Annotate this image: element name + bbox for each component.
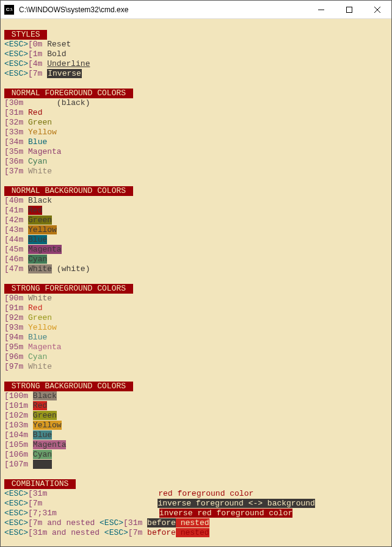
window-title: C:\WINDOWS\system32\cmd.exe bbox=[18, 5, 307, 14]
cmd-window: C:\ C:\WINDOWS\system32\cmd.exe STYLES <… bbox=[0, 0, 392, 547]
terminal-output[interactable]: STYLES <ESC>[0m Reset <ESC>[1m Bold <ESC… bbox=[1, 19, 391, 546]
close-button[interactable] bbox=[363, 1, 391, 19]
section-normal-fg: NORMAL FOREGROUND COLORS bbox=[4, 89, 133, 98]
section-styles: STYLES bbox=[4, 30, 47, 40]
svg-rect-1 bbox=[347, 7, 352, 12]
section-strong-bg: STRONG BACKGROUND COLORS bbox=[4, 382, 133, 391]
cmd-icon: C:\ bbox=[4, 5, 14, 15]
maximize-button[interactable] bbox=[335, 1, 363, 19]
minimize-button[interactable] bbox=[307, 1, 335, 19]
titlebar[interactable]: C:\ C:\WINDOWS\system32\cmd.exe bbox=[1, 1, 391, 19]
section-strong-fg: STRONG FOREGROUND COLORS bbox=[4, 284, 133, 294]
section-combinations: COMBINATIONS bbox=[4, 479, 76, 489]
section-normal-bg: NORMAL BACKGROUND COLORS bbox=[4, 186, 133, 196]
